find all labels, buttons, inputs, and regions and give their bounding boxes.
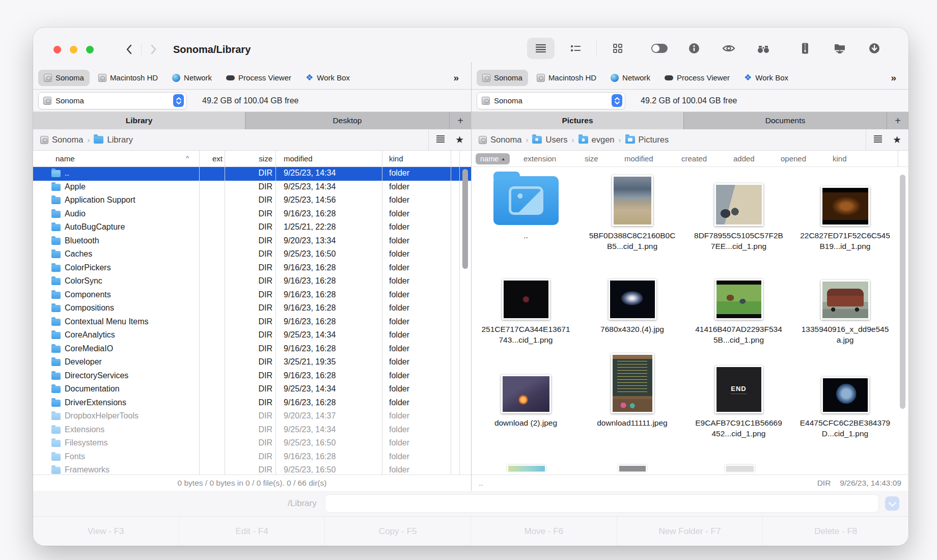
column-header-modified[interactable]: modified [284, 154, 313, 163]
fn-button-edit-f4[interactable]: Edit - F4 [179, 517, 325, 546]
forward-button[interactable] [145, 42, 162, 57]
archive-zip-button[interactable] [791, 38, 819, 59]
list-style-icon[interactable] [436, 135, 445, 145]
file-row-bluetooth[interactable]: BluetoothDIR9/20/23, 13:34folder [33, 235, 471, 248]
grid-item-251ce717ca344e13671743-cid-1-png[interactable]: 251CE717CA344E13671743...cid_1.png [473, 267, 579, 360]
breadcrumb-item-users[interactable]: Users [532, 135, 567, 145]
preview-eye-button[interactable] [715, 38, 742, 59]
minimize-window-button[interactable] [70, 46, 77, 53]
tab-pictures[interactable]: Pictures [472, 112, 684, 129]
tab-library[interactable]: Library [33, 112, 245, 129]
file-row-directoryservices[interactable]: DirectoryServicesDIR9/16/23, 16:28folder [33, 370, 471, 383]
file-row-filesystems[interactable]: FilesystemsDIR9/25/23, 16:50folder [33, 437, 471, 451]
command-input[interactable] [325, 494, 879, 513]
left-scrollbar-thumb[interactable] [462, 169, 468, 269]
drive-tab-process-viewer[interactable]: Process Viewer [659, 70, 735, 86]
file-row-coreanalytics[interactable]: CoreAnalyticsDIR9/25/23, 14:34folder [33, 329, 471, 343]
column-header-extension[interactable]: extension [523, 154, 556, 163]
drive-tab-process-viewer[interactable]: Process Viewer [221, 70, 297, 86]
list-style-icon[interactable] [873, 135, 883, 145]
column-header-name[interactable]: name▲ [476, 153, 510, 164]
column-header-size[interactable]: size [232, 154, 272, 163]
new-tab-button[interactable]: + [450, 112, 471, 129]
download-button[interactable] [861, 38, 888, 59]
column-header-modified[interactable]: modified [624, 154, 653, 163]
favorites-star-icon[interactable]: ★ [893, 135, 901, 145]
column-header-opened[interactable]: opened [781, 154, 806, 163]
file-row-developer[interactable]: DeveloperDIR3/25/21, 19:35folder [33, 356, 471, 370]
file-row-apple[interactable]: AppleDIR9/25/23, 14:34folder [33, 181, 471, 194]
tab-desktop[interactable]: Desktop [245, 112, 450, 129]
fn-button-new-folder-f7[interactable]: New Folder - F7 [617, 517, 763, 546]
drive-tab-network[interactable]: Network [167, 70, 217, 86]
right-scrollbar-thumb[interactable] [900, 175, 905, 409]
file-row-components[interactable]: ComponentsDIR9/16/23, 16:28folder [33, 289, 471, 302]
column-header-kind[interactable]: kind [833, 154, 847, 163]
column-header-added[interactable]: added [733, 154, 755, 163]
file-row-application-support[interactable]: Application SupportDIR9/25/23, 14:56fold… [33, 194, 471, 208]
list-view-button[interactable] [527, 38, 555, 59]
file-row-driverextensions[interactable]: DriverExtensionsDIR9/16/23, 16:28folder [33, 397, 471, 410]
close-window-button[interactable] [53, 46, 61, 53]
favorites-star-icon[interactable]: ★ [455, 135, 464, 145]
file-row-documentation[interactable]: DocumentationDIR9/25/23, 14:34folder [33, 383, 471, 397]
file-row-compositions[interactable]: CompositionsDIR9/16/23, 16:28folder [33, 302, 471, 316]
breadcrumb-item-evgen[interactable]: evgen [578, 135, 615, 145]
grid-item-download-2-jpeg[interactable]: download (2).jpeg [473, 360, 579, 454]
search-binoculars-button[interactable] [750, 38, 777, 59]
drive-select-stepper[interactable] [612, 94, 622, 107]
breadcrumb-item-pictures[interactable]: Pictures [625, 135, 669, 145]
breadcrumb-item-sonoma[interactable]: Sonoma [40, 135, 83, 145]
command-history-chevron-button[interactable] [885, 496, 899, 511]
grid-item-e9cafb7c91c1b56669452-cid-1-png[interactable]: ENDE9CAFB7C91C1B56669452...cid_1.png [685, 360, 792, 454]
drive-tab-work-box[interactable]: ❖Work Box [738, 70, 794, 86]
file-row-dropboxhelpertools[interactable]: DropboxHelperToolsDIR9/20/23, 14:37folde… [33, 410, 471, 424]
grid-item-1335940916-x-dd9e545a-jpg[interactable]: 1335940916_x_dd9e545a.jpg [792, 267, 898, 360]
fn-button-view-f3[interactable]: View - F3 [33, 517, 179, 546]
file-row-extensions[interactable]: ExtensionsDIR9/25/23, 14:34folder [33, 424, 471, 437]
grid-item-22c827ed71f52c6c545b19-id-1-png[interactable]: 22C827ED71F52C6C545B19...id_1.png [792, 173, 898, 267]
grid-item-8df78955c5105c57f2b7ee-cid-1-png[interactable]: 8DF78955C5105C57F2B7EE...cid_1.png [685, 173, 792, 267]
file-row-contextual-menu-items[interactable]: Contextual Menu ItemsDIR9/16/23, 16:28fo… [33, 316, 471, 329]
grid-item-e4475cfc6c2be384379d-cid-1-png[interactable]: E4475CFC6C2BE384379D...cid_1.png [792, 360, 898, 454]
info-button[interactable] [680, 38, 708, 59]
grid-item-download11111-jpeg[interactable]: download11111.jpeg [579, 360, 685, 454]
breadcrumb-item-sonoma[interactable]: Sonoma [479, 135, 521, 145]
file-row-autobugcapture[interactable]: AutoBugCaptureDIR1/25/21, 22:28folder [33, 221, 471, 235]
detail-list-view-button[interactable] [562, 38, 589, 59]
toggle-panels-switch[interactable] [646, 38, 673, 59]
column-header-kind[interactable]: kind [389, 154, 403, 163]
breadcrumb-item-library[interactable]: Library [94, 135, 132, 145]
grid-item-41416b407ad2293f5345b-cid-1-png[interactable]: 41416B407AD2293F5345B...cid_1.png [685, 267, 792, 360]
drive-tab-sonoma[interactable]: Sonoma [477, 70, 528, 86]
tab-documents[interactable]: Documents [684, 112, 887, 129]
drive-tab-network[interactable]: Network [605, 70, 656, 86]
file-row-audio[interactable]: AudioDIR9/16/23, 16:28folder [33, 208, 471, 221]
right-drive-select[interactable]: Sonoma [477, 92, 625, 109]
column-header-size[interactable]: size [585, 154, 598, 163]
left-drive-select[interactable]: Sonoma [38, 92, 187, 109]
tab-overflow-chevrons-icon[interactable]: » [453, 72, 459, 83]
grid-item-5bf0d388c8c2160b0cb5-cid-1-png[interactable]: 5BF0D388C8C2160B0CB5...cid_1.png [579, 173, 685, 267]
file-row-colorpickers[interactable]: ColorPickersDIR9/16/23, 16:28folder [33, 262, 471, 275]
drive-tab-sonoma[interactable]: Sonoma [38, 70, 90, 86]
file-row-caches[interactable]: CachesDIR9/25/23, 16:50folder [33, 248, 471, 262]
zoom-window-button[interactable] [86, 46, 94, 53]
drive-select-stepper[interactable] [173, 94, 184, 107]
fn-button-move-f6[interactable]: Move - F6 [471, 517, 617, 546]
grid-view-button[interactable] [604, 38, 631, 59]
back-button[interactable] [121, 42, 138, 57]
network-folder-button[interactable] [826, 38, 853, 59]
column-header-created[interactable]: created [681, 154, 707, 163]
file-row-fonts[interactable]: FontsDIR9/16/23, 16:28folder [33, 451, 471, 464]
new-tab-button[interactable]: + [887, 112, 908, 129]
fn-button-delete-f8[interactable]: Delete - F8 [762, 517, 908, 546]
grid-item-[interactable]: .. [473, 173, 579, 267]
file-row-coremediaio[interactable]: CoreMediaIODIR9/16/23, 16:28folder [33, 343, 471, 356]
tab-overflow-chevrons-icon[interactable]: » [891, 72, 896, 83]
drive-tab-macintosh-hd[interactable]: Macintosh HD [93, 70, 163, 86]
column-header-name[interactable]: name [56, 154, 75, 163]
file-row-frameworks[interactable]: FrameworksDIR9/25/23, 16:50folder [33, 464, 471, 474]
column-header-ext[interactable]: ext [204, 154, 223, 163]
grid-item-7680x4320-4-jpg[interactable]: 7680x4320.(4).jpg [579, 267, 685, 360]
